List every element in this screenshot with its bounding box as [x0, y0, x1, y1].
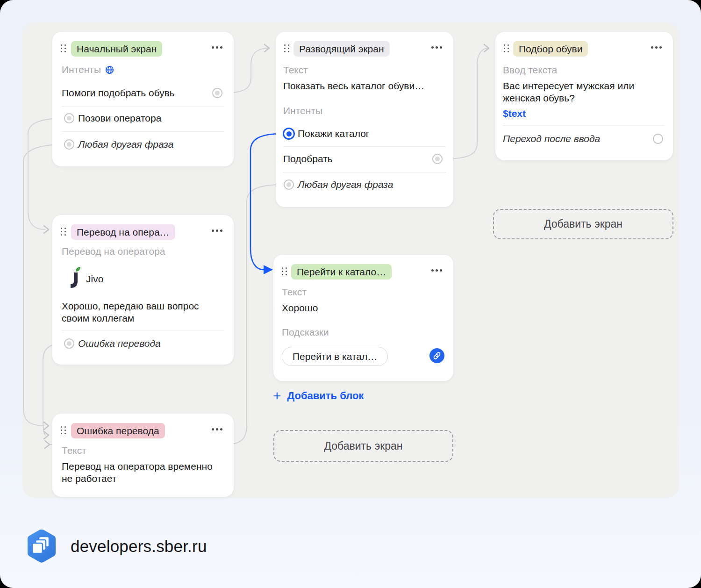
text-section-label: Текст — [282, 286, 307, 298]
node-title-badge[interactable]: Ошибка перевода — [71, 423, 165, 438]
more-menu-button[interactable] — [651, 46, 662, 49]
drag-handle-icon[interactable] — [61, 228, 66, 236]
node-title-badge[interactable]: Разводящий экран — [293, 41, 390, 57]
text-section-label: Текст — [62, 445, 86, 457]
more-menu-button[interactable] — [431, 269, 442, 272]
hints-section-label: Подсказки — [282, 326, 329, 338]
more-menu-button[interactable] — [431, 46, 442, 49]
more-menu-button[interactable] — [212, 229, 222, 232]
output-port[interactable] — [64, 113, 74, 123]
input-section-label: Ввод текста — [503, 64, 557, 76]
text-section-label: Текст — [283, 64, 308, 76]
drag-handle-icon[interactable] — [504, 44, 509, 52]
add-screen-button[interactable]: Добавить экран — [273, 430, 453, 462]
node-transfer-error[interactable]: Ошибка перевода Текст Перевод на операто… — [52, 414, 234, 497]
node-go-to-catalog[interactable]: Перейти к катало… Текст Хорошо Подсказки… — [273, 255, 453, 381]
add-screen-label: Добавить экран — [544, 218, 622, 230]
node-title-badge[interactable]: Перейти к катало… — [291, 264, 392, 280]
message-text[interactable]: Хорошо, передаю ваш вопрос своим коллега… — [62, 300, 222, 324]
node-title-badge[interactable]: Перевод на опера… — [71, 224, 175, 240]
text-value[interactable]: Перевод на оператора временно не работае… — [62, 460, 224, 485]
jivo-logo-icon — [66, 266, 80, 290]
link-icon[interactable] — [429, 348, 444, 363]
transition-row[interactable]: Переход после ввода — [503, 133, 600, 145]
globe-icon — [105, 65, 114, 74]
intent-row[interactable]: Позови оператора — [78, 112, 161, 124]
hexagon-layers-icon — [27, 530, 57, 563]
fallback-row[interactable]: Любая другая фраза — [78, 138, 173, 151]
active-output-port[interactable] — [283, 128, 295, 140]
question-text[interactable]: Вас интересует мужская или женская обувь… — [503, 80, 669, 104]
output-port-empty[interactable] — [653, 134, 663, 144]
output-port[interactable] — [64, 338, 74, 349]
add-screen-button[interactable]: Добавить экран — [493, 209, 673, 239]
add-block-label: Добавить блок — [287, 390, 364, 402]
drag-handle-icon[interactable] — [61, 426, 66, 434]
flow-builder-page: Начальный экран Интенты Помоги подобрать… — [0, 0, 701, 588]
hint-chip-button[interactable]: Перейти в катал… — [282, 347, 388, 366]
plus-icon: + — [273, 390, 281, 402]
add-screen-label: Добавить экран — [324, 440, 402, 452]
integration-name[interactable]: Jivo — [86, 273, 103, 285]
text-value[interactable]: Показать весь каталог обуви… — [283, 80, 424, 92]
intent-row[interactable]: Помоги подобрать обувь — [62, 87, 175, 99]
variable-text[interactable]: $text — [503, 108, 526, 120]
intents-section-label: Интенты — [62, 64, 101, 76]
output-port[interactable] — [432, 154, 443, 164]
intent-row[interactable]: Подобрать — [283, 153, 333, 165]
action-section-label: Перевод на оператора — [62, 245, 165, 258]
more-menu-button[interactable] — [212, 428, 222, 430]
brand-footer: developers.sber.ru — [27, 530, 207, 563]
node-shoe-selection[interactable]: Подбор обуви Ввод текста Вас интересует … — [495, 32, 673, 160]
output-port[interactable] — [64, 139, 74, 150]
add-block-button[interactable]: + Добавить блок — [273, 390, 364, 402]
text-value[interactable]: Хорошо — [282, 302, 318, 314]
node-routing-screen[interactable]: Разводящий экран Текст Показать весь кат… — [276, 32, 453, 207]
hint-chip-label: Перейти в катал… — [293, 351, 377, 362]
output-port[interactable] — [284, 179, 294, 190]
drag-handle-icon[interactable] — [284, 44, 289, 52]
more-menu-button[interactable] — [212, 46, 222, 49]
output-port[interactable] — [212, 88, 222, 98]
node-title-badge[interactable]: Подбор обуви — [513, 41, 588, 57]
node-title-badge[interactable]: Начальный экран — [71, 41, 162, 57]
error-row[interactable]: Ошибка перевода — [78, 337, 161, 350]
drag-handle-icon[interactable] — [282, 267, 287, 275]
node-start-screen[interactable]: Начальный экран Интенты Помоги подобрать… — [52, 32, 234, 166]
intent-row[interactable]: Покажи каталог — [298, 128, 369, 140]
intents-section-label: Интенты — [283, 105, 322, 117]
brand-site-name: developers.sber.ru — [71, 537, 207, 556]
fallback-row[interactable]: Любая другая фраза — [298, 179, 393, 191]
drag-handle-icon[interactable] — [61, 44, 66, 52]
node-operator-transfer[interactable]: Перевод на опера… Перевод на оператора J… — [52, 215, 234, 365]
